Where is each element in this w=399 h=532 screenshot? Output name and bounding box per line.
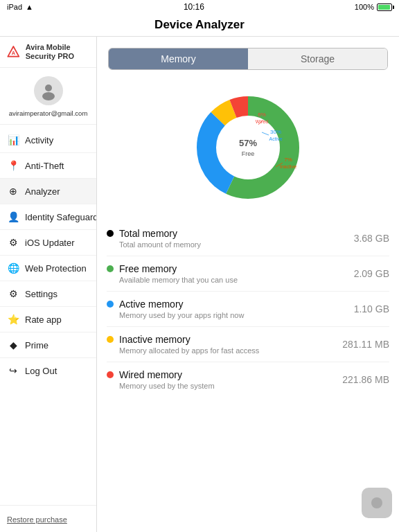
wired-sublabel: Memory used by the system: [119, 382, 215, 390]
memory-item-active: Active memory Memory used by your apps r…: [107, 292, 389, 327]
svg-text:A: A: [12, 50, 16, 56]
status-left: iPad ▲: [7, 3, 33, 11]
memory-list: Total memory Total amount of memory 3.68…: [97, 221, 399, 397]
sidebar-item-settings[interactable]: ⚙ Settings: [0, 281, 96, 307]
wired-label: Wired memory: [119, 369, 215, 380]
svg-text:Active: Active: [269, 136, 282, 141]
active-dot: [107, 301, 114, 308]
total-value: 3.68 GB: [354, 233, 389, 244]
sidebar-profile: aviraimperator@gmail.com: [0, 68, 96, 125]
main-layout: A Avira Mobile Security PRO aviraimperat…: [0, 37, 399, 532]
svg-text:6%: 6%: [258, 112, 266, 118]
prime-label: Prime: [25, 340, 48, 351]
title-bar: Device Analyzer: [0, 14, 399, 37]
content-area: Memory Storage 57% Free: [97, 37, 399, 532]
svg-text:Inactive: Inactive: [280, 164, 296, 169]
free-label: Free memory: [119, 263, 238, 274]
status-right: 100%: [355, 3, 392, 11]
svg-text:30%: 30%: [270, 129, 281, 135]
free-dot: [107, 265, 114, 272]
profile-email: aviraimperator@gmail.com: [9, 109, 88, 117]
log-out-icon: ↪: [7, 365, 19, 376]
active-sublabel: Memory used by your apps right now: [119, 311, 244, 319]
restore-purchase-link[interactable]: Restore purchase: [7, 515, 67, 524]
inactive-dot: [107, 336, 114, 343]
svg-text:Free: Free: [242, 150, 255, 157]
svg-point-21: [371, 497, 382, 508]
battery-fill: [378, 5, 390, 10]
brand-logo-icon: A: [7, 42, 20, 62]
chart-container: 57% Free 30% Active 7% Inactive 6% Wired: [97, 78, 399, 221]
svg-point-4: [42, 92, 55, 100]
active-value: 1.10 GB: [354, 303, 389, 314]
sidebar-nav: 📊 Activity 📍 Anti-Theft ⊕ Analyzer 👤 Ide…: [0, 125, 96, 505]
total-sublabel: Total amount of memory: [119, 240, 201, 249]
sidebar-item-analyzer[interactable]: ⊕ Analyzer: [0, 179, 96, 204]
sidebar: A Avira Mobile Security PRO aviraimperat…: [0, 37, 97, 532]
memory-item-inactive: Inactive memory Memory allocated by apps…: [107, 327, 389, 362]
free-value: 2.09 GB: [354, 268, 389, 279]
settings-label: Settings: [25, 289, 57, 299]
brand-name: Avira Mobile Security PRO: [26, 43, 89, 61]
settings-icon: ⚙: [7, 288, 19, 299]
svg-point-3: [45, 85, 52, 91]
anti-theft-label: Anti-Theft: [25, 161, 64, 171]
web-protection-label: Web Protection: [25, 263, 87, 274]
log-out-label: Log Out: [25, 366, 57, 376]
sidebar-item-ios-updater[interactable]: ⚙ iOS Updater: [0, 230, 96, 256]
rate-app-icon: ⭐: [7, 314, 19, 325]
status-time: 10:16: [184, 2, 204, 12]
svg-text:7%: 7%: [284, 157, 292, 163]
battery-percent: 100%: [355, 3, 374, 11]
inactive-label: Inactive memory: [119, 334, 259, 345]
ios-updater-label: iOS Updater: [25, 238, 75, 248]
inactive-sublabel: Memory allocated by apps for fast access: [119, 346, 259, 355]
sidebar-item-activity[interactable]: 📊 Activity: [0, 127, 96, 153]
total-dot: [107, 230, 114, 237]
page-title: Device Analyzer: [154, 18, 245, 31]
sidebar-item-identity[interactable]: 👤 Identity Safeguard: [0, 204, 96, 230]
app-brand: A Avira Mobile Security PRO: [0, 37, 96, 68]
avatar-icon: [39, 81, 58, 100]
total-label: Total memory: [119, 228, 201, 239]
analyzer-icon: ⊕: [7, 186, 19, 197]
wired-value: 221.86 MB: [342, 374, 389, 385]
analyzer-label: Analyzer: [25, 186, 60, 197]
avatar: [34, 76, 63, 105]
status-bar: iPad ▲ 10:16 100%: [0, 0, 399, 14]
wired-dot: [107, 371, 114, 378]
inactive-value: 281.11 MB: [342, 339, 389, 350]
wifi-icon: ▲: [26, 3, 33, 11]
memory-donut-chart: 57% Free 30% Active 7% Inactive 6% Wired: [186, 85, 310, 210]
prime-icon: ◆: [7, 339, 19, 351]
segment-control: Memory Storage: [108, 48, 388, 70]
segment-memory[interactable]: Memory: [109, 48, 248, 69]
web-protection-icon: 🌐: [7, 263, 19, 274]
active-label: Active memory: [119, 299, 244, 310]
memory-item-wired: Wired memory Memory used by the system 2…: [107, 362, 389, 397]
sidebar-item-prime[interactable]: ◆ Prime: [0, 332, 96, 358]
anti-theft-icon: 📍: [7, 160, 19, 171]
battery-icon: [377, 3, 392, 11]
ios-updater-icon: ⚙: [7, 237, 19, 248]
identity-icon: 👤: [7, 211, 19, 222]
svg-text:57%: 57%: [239, 138, 257, 148]
activity-label: Activity: [25, 135, 53, 145]
fab-icon: [370, 496, 384, 510]
rate-app-label: Rate app: [25, 314, 62, 325]
sidebar-footer: Restore purchase: [0, 505, 96, 532]
sidebar-item-anti-theft[interactable]: 📍 Anti-Theft: [0, 153, 96, 179]
segment-storage[interactable]: Storage: [248, 48, 387, 69]
device-label: iPad: [7, 3, 22, 11]
memory-item-total: Total memory Total amount of memory 3.68…: [107, 221, 389, 256]
fab-button[interactable]: [362, 488, 392, 518]
sidebar-item-web-protection[interactable]: 🌐 Web Protection: [0, 256, 96, 281]
activity-icon: 📊: [7, 134, 19, 145]
sidebar-item-rate-app[interactable]: ⭐ Rate app: [0, 307, 96, 332]
identity-label: Identity Safeguard: [25, 212, 97, 222]
memory-item-free: Free memory Available memory that you ca…: [107, 256, 389, 292]
free-sublabel: Available memory that you can use: [119, 276, 238, 284]
sidebar-item-log-out[interactable]: ↪ Log Out: [0, 358, 96, 383]
